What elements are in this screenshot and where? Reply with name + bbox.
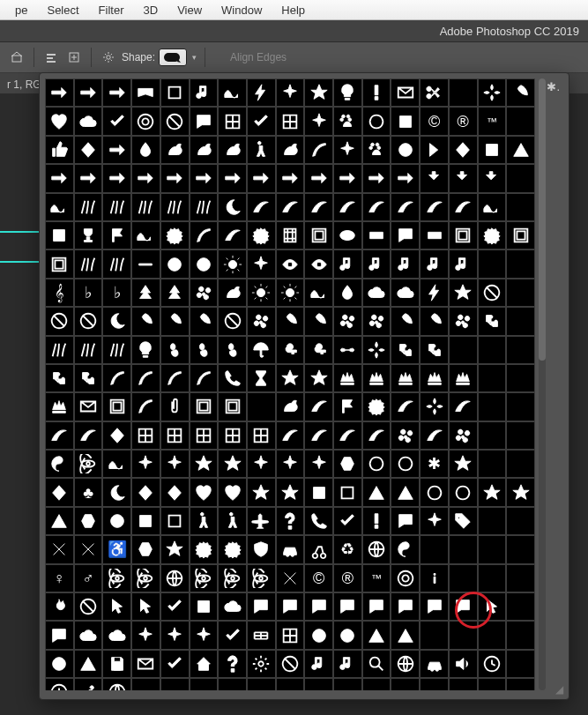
frame3-shape-cell[interactable]	[506, 221, 535, 250]
bulb-shape-cell[interactable]	[131, 336, 160, 364]
feather-shape-cell[interactable]	[304, 136, 333, 164]
no-sign-shape-cell[interactable]	[160, 107, 190, 135]
speech5-shape-cell[interactable]	[276, 592, 305, 621]
flower3-shape-cell[interactable]	[333, 307, 362, 335]
butterfly2-shape-cell[interactable]	[276, 392, 305, 421]
speech2-shape-cell[interactable]	[391, 221, 420, 250]
seal-shape-cell[interactable]	[160, 221, 190, 250]
man-shape-cell[interactable]	[190, 507, 219, 535]
circle2-shape-cell[interactable]	[420, 478, 449, 506]
moon2-shape-cell[interactable]	[102, 307, 131, 335]
pencil2-shape-cell[interactable]	[131, 364, 160, 392]
stamp3-shape-cell[interactable]	[190, 392, 219, 421]
moon3-shape-cell[interactable]	[102, 478, 131, 506]
exclaim-shape-cell[interactable]	[362, 78, 391, 107]
bolt-shape-cell[interactable]	[420, 279, 449, 307]
tile2-shape-cell[interactable]	[160, 421, 190, 450]
arrow-block-right-shape-cell[interactable]	[102, 78, 131, 107]
pencil3-shape-cell[interactable]	[160, 364, 190, 392]
oval-shape-cell[interactable]	[333, 221, 362, 250]
clip-shape-cell[interactable]	[160, 392, 190, 421]
clock-shape-cell[interactable]	[45, 678, 74, 690]
star-badge2-shape-cell[interactable]	[304, 364, 333, 392]
dots-shape-cell[interactable]	[102, 250, 131, 278]
pointer2-shape-cell[interactable]	[131, 592, 160, 621]
grid-shape-cell[interactable]	[276, 107, 305, 135]
flower5-shape-cell[interactable]	[449, 307, 478, 335]
home-shape-cell[interactable]	[190, 650, 219, 678]
frame-orn2-shape-cell[interactable]	[74, 421, 103, 450]
diamond4-shape-cell[interactable]	[131, 478, 160, 506]
orn3-shape-cell[interactable]	[276, 421, 305, 450]
atom2-shape-cell[interactable]	[102, 564, 131, 592]
puzzle5-shape-cell[interactable]	[74, 364, 103, 392]
eye-shape-cell[interactable]	[276, 250, 305, 278]
blob-shape-cell[interactable]	[74, 107, 103, 135]
puzzle2-shape-cell[interactable]	[391, 336, 420, 364]
sun-shape-cell[interactable]	[247, 279, 276, 307]
leaf2-shape-cell[interactable]	[160, 307, 190, 335]
heart2-shape-cell[interactable]	[190, 478, 219, 506]
lozenge-shape-cell[interactable]	[449, 136, 478, 164]
key-shape-cell[interactable]	[276, 336, 305, 364]
burst6-shape-cell[interactable]	[131, 621, 160, 649]
speech6-shape-cell[interactable]	[304, 592, 333, 621]
star6-shape-cell[interactable]	[478, 478, 507, 506]
flower7-shape-cell[interactable]	[449, 421, 478, 450]
square5-shape-cell[interactable]	[190, 592, 219, 621]
menu-item[interactable]: Help	[281, 4, 305, 17]
orn2-shape-cell[interactable]	[449, 392, 478, 421]
bow-shape-cell[interactable]	[333, 336, 362, 364]
stamp2-shape-cell[interactable]	[102, 392, 131, 421]
scissors-shape-cell[interactable]	[420, 78, 449, 107]
cloud2-shape-cell[interactable]	[391, 279, 420, 307]
home-icon[interactable]	[8, 48, 26, 66]
star-8-shape-cell[interactable]	[247, 478, 276, 506]
target2-shape-cell[interactable]	[391, 564, 420, 592]
arrow-double-shape-cell[interactable]	[74, 164, 103, 192]
moon-shape-cell[interactable]	[218, 193, 247, 221]
paw2-shape-cell[interactable]	[362, 136, 391, 164]
scribble2-shape-cell[interactable]	[160, 193, 190, 221]
grid2-shape-cell[interactable]	[276, 621, 305, 649]
earth-shape-cell[interactable]	[362, 535, 391, 563]
vine4-shape-cell[interactable]	[420, 421, 449, 450]
speech3-shape-cell[interactable]	[391, 507, 420, 535]
dog-shape-cell[interactable]	[190, 136, 219, 164]
no-shape-cell[interactable]	[74, 592, 103, 621]
check-box-shape-cell[interactable]	[160, 592, 190, 621]
ring-shape-cell[interactable]	[362, 107, 391, 135]
arrow-open-shape-cell[interactable]	[131, 164, 160, 192]
burst4-shape-cell[interactable]	[304, 450, 333, 478]
x-round-shape-cell[interactable]	[74, 535, 103, 563]
redo-shape-cell[interactable]	[478, 164, 507, 192]
arrow-fat-shape-cell[interactable]	[160, 164, 190, 192]
frame-shape-cell[interactable]	[304, 221, 333, 250]
heart-shape-cell[interactable]	[45, 107, 74, 135]
clover-shape-cell[interactable]	[391, 307, 420, 335]
envelope-shape-cell[interactable]	[391, 78, 420, 107]
triangle-shape-cell[interactable]	[506, 136, 535, 164]
registered2-shape-cell[interactable]: ®	[333, 564, 362, 592]
tri2-shape-cell[interactable]	[45, 507, 74, 535]
badge-shape-cell[interactable]	[218, 535, 247, 563]
waves-shape-cell[interactable]	[45, 193, 74, 221]
ring2-shape-cell[interactable]	[362, 450, 391, 478]
arrow-shadow-shape-cell[interactable]	[276, 164, 305, 192]
menu-item[interactable]: Select	[47, 4, 78, 17]
scrollbar-thumb[interactable]	[539, 78, 546, 361]
clover2-shape-cell[interactable]	[420, 307, 449, 335]
flag-wave-shape-cell[interactable]	[131, 221, 160, 250]
sketch-shape-cell[interactable]	[131, 193, 160, 221]
stamp4-shape-cell[interactable]	[218, 392, 247, 421]
atom3-shape-cell[interactable]	[131, 564, 160, 592]
vine-shape-cell[interactable]	[304, 421, 333, 450]
seal4-shape-cell[interactable]	[190, 535, 219, 563]
document-tab[interactable]: r 1, RG	[7, 78, 41, 91]
checker2-shape-cell[interactable]	[218, 621, 247, 649]
hex-shape-cell[interactable]	[333, 450, 362, 478]
ray-burst-shape-cell[interactable]	[247, 250, 276, 278]
eye2-shape-cell[interactable]	[304, 250, 333, 278]
chess-k-shape-cell[interactable]	[45, 392, 74, 421]
square-solid-shape-cell[interactable]	[478, 136, 507, 164]
